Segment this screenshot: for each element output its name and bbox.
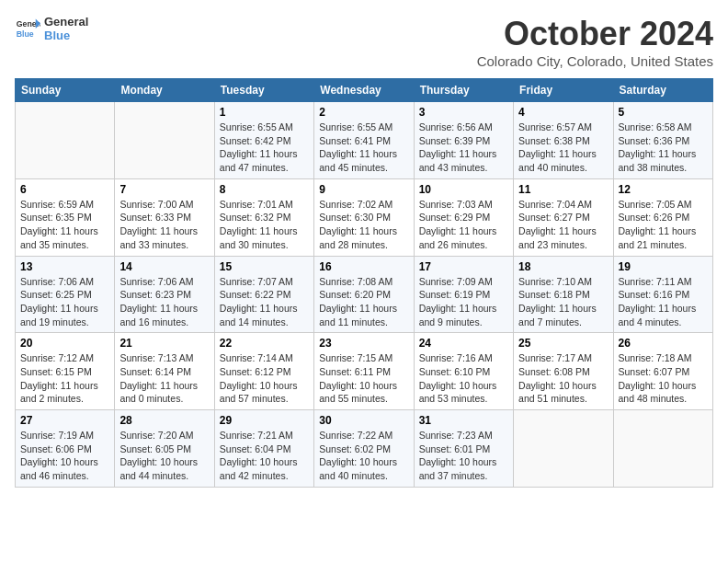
day-number: 28 <box>119 414 209 427</box>
day-number: 9 <box>319 183 408 196</box>
day-number: 6 <box>20 183 109 196</box>
day-number: 24 <box>419 337 508 350</box>
calendar-cell: 21Sunrise: 7:13 AMSunset: 6:14 PMDayligh… <box>115 333 214 410</box>
day-number: 22 <box>220 337 309 350</box>
day-info: Sunrise: 7:19 AMSunset: 6:06 PMDaylight:… <box>20 429 109 483</box>
day-number: 31 <box>419 414 508 427</box>
calendar-cell: 20Sunrise: 7:12 AMSunset: 6:15 PMDayligh… <box>16 333 115 410</box>
day-number: 27 <box>20 414 109 427</box>
day-number: 11 <box>518 183 608 196</box>
day-info: Sunrise: 7:14 AMSunset: 6:12 PMDaylight:… <box>220 351 309 406</box>
weekday-header-saturday: Saturday <box>613 79 712 102</box>
location-title: Colorado City, Colorado, United States <box>477 53 713 69</box>
day-number: 21 <box>119 337 209 350</box>
calendar-cell: 30Sunrise: 7:22 AMSunset: 6:02 PMDayligh… <box>314 410 414 488</box>
calendar-cell: 5Sunrise: 6:58 AMSunset: 6:36 PMDaylight… <box>613 102 712 179</box>
calendar-cell: 11Sunrise: 7:04 AMSunset: 6:27 PMDayligh… <box>514 178 613 256</box>
weekday-header-tuesday: Tuesday <box>214 79 313 102</box>
day-info: Sunrise: 7:10 AMSunset: 6:18 PMDaylight:… <box>518 275 608 329</box>
calendar-cell: 3Sunrise: 6:56 AMSunset: 6:39 PMDaylight… <box>414 102 513 179</box>
day-number: 12 <box>619 183 708 196</box>
calendar-cell <box>115 102 214 179</box>
calendar-cell: 9Sunrise: 7:02 AMSunset: 6:30 PMDaylight… <box>314 178 414 256</box>
day-number: 5 <box>619 106 708 119</box>
day-info: Sunrise: 7:11 AMSunset: 6:16 PMDaylight:… <box>619 275 708 329</box>
day-number: 19 <box>619 260 708 273</box>
day-info: Sunrise: 7:01 AMSunset: 6:32 PMDaylight:… <box>220 198 309 252</box>
day-number: 26 <box>619 337 708 350</box>
calendar-table: SundayMondayTuesdayWednesdayThursdayFrid… <box>15 78 713 488</box>
day-info: Sunrise: 7:21 AMSunset: 6:04 PMDaylight:… <box>220 429 309 483</box>
calendar-cell: 28Sunrise: 7:20 AMSunset: 6:05 PMDayligh… <box>115 410 214 488</box>
calendar-cell: 19Sunrise: 7:11 AMSunset: 6:16 PMDayligh… <box>613 256 712 333</box>
day-info: Sunrise: 6:56 AMSunset: 6:39 PMDaylight:… <box>419 121 508 175</box>
weekday-header-monday: Monday <box>115 79 214 102</box>
day-number: 14 <box>119 260 209 273</box>
title-area: October 2024 Colorado City, Colorado, Un… <box>477 15 713 69</box>
calendar-cell: 14Sunrise: 7:06 AMSunset: 6:23 PMDayligh… <box>115 256 214 333</box>
day-info: Sunrise: 6:59 AMSunset: 6:35 PMDaylight:… <box>20 198 109 252</box>
calendar-cell: 7Sunrise: 7:00 AMSunset: 6:33 PMDaylight… <box>115 178 214 256</box>
day-info: Sunrise: 7:22 AMSunset: 6:02 PMDaylight:… <box>319 429 408 483</box>
calendar-cell: 4Sunrise: 6:57 AMSunset: 6:38 PMDaylight… <box>514 102 613 179</box>
day-number: 2 <box>319 106 408 119</box>
day-number: 3 <box>419 106 508 119</box>
day-info: Sunrise: 7:06 AMSunset: 6:23 PMDaylight:… <box>119 275 209 329</box>
day-number: 1 <box>220 106 309 119</box>
day-number: 16 <box>319 260 408 273</box>
weekday-header-sunday: Sunday <box>16 79 115 102</box>
day-info: Sunrise: 7:09 AMSunset: 6:19 PMDaylight:… <box>419 275 508 329</box>
day-info: Sunrise: 7:03 AMSunset: 6:29 PMDaylight:… <box>419 198 508 252</box>
calendar-cell: 22Sunrise: 7:14 AMSunset: 6:12 PMDayligh… <box>214 333 313 410</box>
day-number: 29 <box>220 414 309 427</box>
calendar-cell: 16Sunrise: 7:08 AMSunset: 6:20 PMDayligh… <box>314 256 414 333</box>
logo: General Blue General Blue <box>15 15 88 42</box>
weekday-header-thursday: Thursday <box>414 79 513 102</box>
calendar-cell: 29Sunrise: 7:21 AMSunset: 6:04 PMDayligh… <box>214 410 313 488</box>
day-info: Sunrise: 7:23 AMSunset: 6:01 PMDaylight:… <box>419 429 508 483</box>
day-info: Sunrise: 7:17 AMSunset: 6:08 PMDaylight:… <box>518 351 608 406</box>
day-info: Sunrise: 7:12 AMSunset: 6:15 PMDaylight:… <box>20 351 109 406</box>
calendar-cell: 24Sunrise: 7:16 AMSunset: 6:10 PMDayligh… <box>414 333 513 410</box>
page-header: General Blue General Blue October 2024 C… <box>15 15 713 69</box>
day-number: 18 <box>518 260 608 273</box>
calendar-cell: 13Sunrise: 7:06 AMSunset: 6:25 PMDayligh… <box>16 256 115 333</box>
day-info: Sunrise: 7:00 AMSunset: 6:33 PMDaylight:… <box>119 198 209 252</box>
logo-text-blue: Blue <box>44 29 88 42</box>
day-info: Sunrise: 7:20 AMSunset: 6:05 PMDaylight:… <box>119 429 209 483</box>
day-number: 23 <box>319 337 408 350</box>
day-number: 10 <box>419 183 508 196</box>
day-number: 13 <box>20 260 109 273</box>
day-info: Sunrise: 7:16 AMSunset: 6:10 PMDaylight:… <box>419 351 508 406</box>
calendar-cell <box>514 410 613 488</box>
day-info: Sunrise: 6:58 AMSunset: 6:36 PMDaylight:… <box>619 121 708 175</box>
day-number: 15 <box>220 260 309 273</box>
calendar-cell: 15Sunrise: 7:07 AMSunset: 6:22 PMDayligh… <box>214 256 313 333</box>
day-number: 30 <box>319 414 408 427</box>
calendar-cell: 6Sunrise: 6:59 AMSunset: 6:35 PMDaylight… <box>16 178 115 256</box>
calendar-cell: 26Sunrise: 7:18 AMSunset: 6:07 PMDayligh… <box>613 333 712 410</box>
day-info: Sunrise: 7:05 AMSunset: 6:26 PMDaylight:… <box>619 198 708 252</box>
day-info: Sunrise: 6:55 AMSunset: 6:41 PMDaylight:… <box>319 121 408 175</box>
calendar-cell: 18Sunrise: 7:10 AMSunset: 6:18 PMDayligh… <box>514 256 613 333</box>
day-number: 25 <box>518 337 608 350</box>
calendar-cell: 27Sunrise: 7:19 AMSunset: 6:06 PMDayligh… <box>16 410 115 488</box>
day-number: 17 <box>419 260 508 273</box>
calendar-week-row: 13Sunrise: 7:06 AMSunset: 6:25 PMDayligh… <box>16 256 713 333</box>
day-info: Sunrise: 7:04 AMSunset: 6:27 PMDaylight:… <box>518 198 608 252</box>
calendar-week-row: 20Sunrise: 7:12 AMSunset: 6:15 PMDayligh… <box>16 333 713 410</box>
day-number: 20 <box>20 337 109 350</box>
day-info: Sunrise: 7:06 AMSunset: 6:25 PMDaylight:… <box>20 275 109 329</box>
weekday-header-row: SundayMondayTuesdayWednesdayThursdayFrid… <box>16 79 713 102</box>
calendar-week-row: 1Sunrise: 6:55 AMSunset: 6:42 PMDaylight… <box>16 102 713 179</box>
logo-text-general: General <box>44 15 88 29</box>
weekday-header-wednesday: Wednesday <box>314 79 414 102</box>
calendar-week-row: 27Sunrise: 7:19 AMSunset: 6:06 PMDayligh… <box>16 410 713 488</box>
day-info: Sunrise: 7:08 AMSunset: 6:20 PMDaylight:… <box>319 275 408 329</box>
calendar-cell: 8Sunrise: 7:01 AMSunset: 6:32 PMDaylight… <box>214 178 313 256</box>
calendar-cell: 23Sunrise: 7:15 AMSunset: 6:11 PMDayligh… <box>314 333 414 410</box>
month-title: October 2024 <box>477 15 713 53</box>
calendar-cell: 25Sunrise: 7:17 AMSunset: 6:08 PMDayligh… <box>514 333 613 410</box>
day-number: 7 <box>119 183 209 196</box>
calendar-cell: 31Sunrise: 7:23 AMSunset: 6:01 PMDayligh… <box>414 410 513 488</box>
